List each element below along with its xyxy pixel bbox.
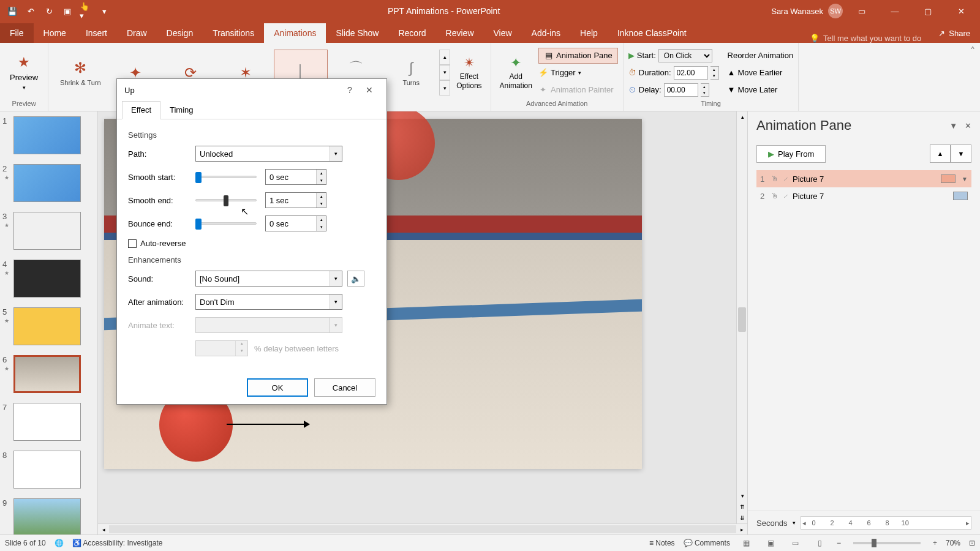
next-slide-icon[interactable]: ⇊	[737, 512, 747, 523]
dialog-tab-effect[interactable]: Effect	[122, 101, 160, 119]
anim-list-item-1[interactable]: 1 🖱 ⟋ Picture 7 ▼	[756, 170, 971, 187]
tab-insert[interactable]: Insert	[76, 23, 117, 43]
slideshow-view-icon[interactable]: ▯	[812, 537, 828, 549]
horizontal-scrollbar[interactable]: ◂ ▸	[98, 523, 747, 534]
collapse-ribbon-icon[interactable]: ^	[965, 43, 980, 111]
cancel-button[interactable]: Cancel	[314, 378, 375, 397]
accessibility-status[interactable]: ♿ Accessibility: Investigate	[72, 539, 163, 547]
bounce-end-slider[interactable]	[195, 216, 257, 231]
tab-design[interactable]: Design	[157, 23, 203, 43]
minimize-button[interactable]: —	[881, 0, 909, 22]
maximize-button[interactable]: ▢	[914, 0, 942, 22]
user-name[interactable]: Sara Wanasek	[771, 7, 823, 16]
trigger-button[interactable]: ⚡ Trigger ▾	[538, 65, 618, 81]
smooth-start-input[interactable]: 0 sec ▴▾	[265, 169, 326, 185]
pane-close-icon[interactable]: ✕	[965, 121, 971, 130]
chevron-down-icon[interactable]: ▾	[793, 520, 796, 526]
gallery-scroll[interactable]: ▴ ▾ ▾	[439, 50, 450, 96]
avatar[interactable]: SW	[828, 4, 843, 18]
play-from-button[interactable]: ▶ Play From	[756, 145, 826, 163]
fit-to-window-icon[interactable]: ⊡	[969, 539, 975, 547]
anim-shrink-turn[interactable]: ✻Shrink & Turn	[53, 50, 107, 96]
thumb-2[interactable]	[13, 164, 81, 202]
scroll-right-icon[interactable]: ▸	[736, 524, 747, 535]
thumb-8[interactable]	[13, 451, 81, 489]
normal-view-icon[interactable]: ▦	[739, 537, 755, 549]
item-dropdown-icon[interactable]: ▼	[962, 176, 968, 182]
add-animation-button[interactable]: ✦ Add Animation	[496, 53, 536, 92]
smooth-end-input[interactable]: 1 sec ▴▾	[265, 192, 326, 208]
duration-spinner[interactable]: ▴▾	[710, 66, 719, 80]
move-later-button[interactable]: ▼ Move Later	[728, 82, 794, 98]
path-select[interactable]: Unlocked ▾	[195, 146, 342, 162]
share-button[interactable]: ↗ Share	[929, 24, 980, 43]
tab-home[interactable]: Home	[34, 23, 76, 43]
scroll-down-icon[interactable]: ▾	[737, 490, 747, 501]
prev-slide-icon[interactable]: ⇈	[737, 501, 747, 512]
after-animation-select[interactable]: Don't Dim ▾	[195, 294, 342, 310]
vertical-scrollbar[interactable]: ▴ ▾ ⇈ ⇊	[736, 111, 747, 523]
zoom-in-icon[interactable]: +	[933, 539, 937, 547]
preview-button[interactable]: ★ Preview ▾	[5, 52, 43, 93]
save-icon[interactable]: 💾	[6, 5, 18, 17]
duration-input[interactable]	[674, 66, 708, 80]
gallery-more-icon[interactable]: ▾	[439, 80, 450, 96]
scroll-thumb[interactable]	[738, 307, 746, 332]
auto-reverse-checkbox[interactable]: Auto-reverse	[128, 239, 375, 248]
delay-input[interactable]	[664, 83, 698, 97]
tell-me-search[interactable]: 💡 Tell me what you want to do	[802, 34, 929, 43]
language-icon[interactable]: 🌐	[55, 539, 64, 547]
move-up-button[interactable]: ▲	[930, 144, 951, 163]
ok-button[interactable]: OK	[247, 378, 308, 397]
dialog-tab-timing[interactable]: Timing	[160, 101, 203, 119]
notes-button[interactable]: ≡ Notes	[649, 539, 675, 547]
timeline-bar[interactable]	[941, 174, 956, 183]
ribbon-display-icon[interactable]: ▭	[848, 0, 876, 22]
undo-icon[interactable]: ↶	[24, 5, 37, 17]
thumb-7[interactable]	[13, 403, 81, 441]
animation-pane-toggle[interactable]: ▤ Animation Pane	[538, 48, 618, 64]
motion-path-line[interactable]	[227, 424, 306, 425]
move-down-button[interactable]: ▼	[951, 144, 971, 163]
thumb-3[interactable]	[13, 212, 81, 250]
delay-spinner[interactable]: ▴▾	[701, 83, 709, 97]
tab-file[interactable]: File	[0, 23, 34, 43]
thumb-1[interactable]	[13, 116, 81, 154]
zoom-out-icon[interactable]: −	[837, 539, 841, 547]
reading-view-icon[interactable]: ▭	[788, 537, 804, 549]
thumb-9[interactable]	[13, 498, 81, 534]
timeline-ruler[interactable]: ◂ 0 2 4 6 8 10 ▸	[801, 516, 971, 530]
start-from-beginning-icon[interactable]: ▣	[61, 5, 74, 17]
thumb-6[interactable]	[13, 355, 81, 393]
bounce-end-input[interactable]: 0 sec ▴▾	[265, 216, 326, 231]
anim-turns[interactable]: ∫Turns	[384, 50, 438, 96]
sound-volume-button[interactable]: 🔈	[347, 271, 364, 287]
dialog-close-icon[interactable]: ✕	[360, 80, 379, 100]
redo-icon[interactable]: ↻	[43, 5, 55, 17]
tab-draw[interactable]: Draw	[117, 23, 157, 43]
slide-indicator[interactable]: Slide 6 of 10	[5, 539, 46, 547]
tab-review[interactable]: Review	[436, 23, 484, 43]
comments-button[interactable]: 💬 Comments	[684, 539, 730, 547]
tab-help[interactable]: Help	[570, 23, 608, 43]
customize-qat-icon[interactable]: ▾	[98, 5, 110, 17]
slide-sorter-icon[interactable]: ▣	[763, 537, 779, 549]
zoom-level[interactable]: 70%	[946, 539, 960, 547]
tab-record[interactable]: Record	[388, 23, 435, 43]
thumb-5[interactable]	[13, 307, 81, 345]
thumb-4[interactable]	[13, 260, 81, 298]
smooth-end-slider[interactable]	[195, 192, 257, 208]
tab-transitions[interactable]: Transitions	[203, 23, 264, 43]
timeline-bar[interactable]	[953, 192, 968, 200]
close-button[interactable]: ✕	[947, 0, 975, 22]
slide-thumbnails[interactable]: 1 2★ 3★ 4★ 5★ 6★ 7 8 9	[0, 111, 98, 534]
sound-select[interactable]: [No Sound] ▾	[195, 271, 342, 287]
gallery-up-icon[interactable]: ▴	[439, 50, 450, 65]
tab-classpoint[interactable]: Inknoe ClassPoint	[608, 23, 696, 43]
dialog-titlebar[interactable]: Up ? ✕	[117, 79, 386, 101]
scroll-left-icon[interactable]: ◂	[98, 524, 109, 535]
smooth-start-slider[interactable]	[195, 169, 257, 185]
tab-view[interactable]: View	[484, 23, 522, 43]
effect-options-button[interactable]: ✴ Effect Options	[453, 53, 485, 92]
pane-options-icon[interactable]: ▼	[949, 121, 957, 130]
